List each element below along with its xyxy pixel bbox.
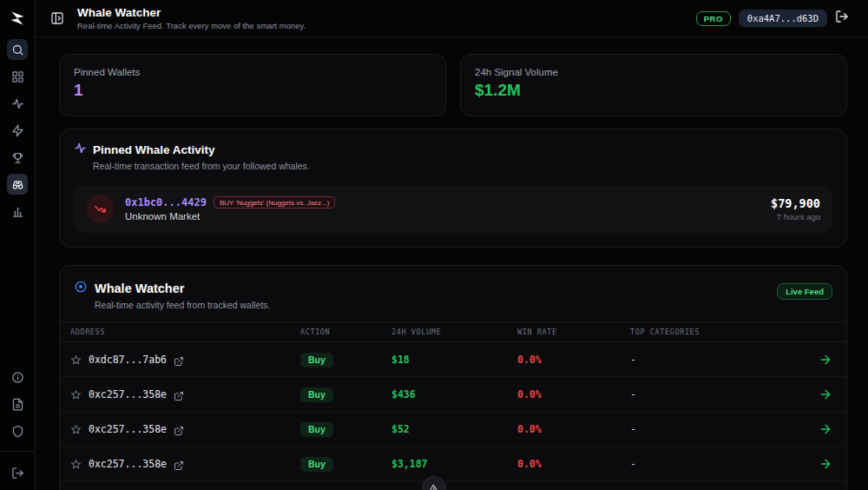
action-badge: Buy bbox=[300, 387, 333, 402]
external-link-icon[interactable] bbox=[174, 389, 184, 400]
activity-icon[interactable] bbox=[7, 93, 28, 114]
stat-value: $1.2M bbox=[475, 81, 832, 100]
sidebar-toggle-icon[interactable] bbox=[48, 9, 67, 28]
lightning-icon[interactable] bbox=[7, 120, 28, 141]
external-link-icon[interactable] bbox=[174, 424, 184, 434]
sidebar bbox=[0, 0, 36, 490]
action-badge: Buy bbox=[300, 457, 333, 472]
disconnect-icon[interactable] bbox=[835, 10, 852, 27]
external-link-icon[interactable] bbox=[174, 459, 184, 469]
stat-label: Pinned Wallets bbox=[74, 67, 431, 77]
table-header-row: ADDRESS ACTION 24H VOLUME WIN RATE TOP C… bbox=[60, 321, 846, 342]
arrow-right-icon[interactable] bbox=[819, 457, 832, 471]
whale-watcher-section: Whale Watcher Real-time activity feed fr… bbox=[59, 265, 847, 490]
row-categories: - bbox=[630, 458, 795, 470]
row-winrate: 0.0% bbox=[517, 458, 630, 470]
row-winrate: 0.0% bbox=[517, 423, 630, 435]
txn-time: 7 hours ago bbox=[771, 212, 820, 222]
row-winrate: 0.0% bbox=[517, 388, 630, 401]
logout-icon[interactable] bbox=[7, 462, 28, 483]
trophy-icon[interactable] bbox=[7, 147, 28, 168]
signal-volume-card: 24h Signal Volume $1.2M bbox=[460, 54, 847, 116]
sidebar-divider bbox=[0, 451, 35, 452]
pulse-icon bbox=[74, 142, 87, 157]
section-title: Whale Watcher bbox=[95, 281, 184, 295]
dashboard-grid-icon[interactable] bbox=[7, 66, 28, 87]
arrow-right-icon[interactable] bbox=[819, 387, 832, 401]
action-badge: Buy bbox=[300, 422, 333, 437]
top-header: Whale Watcher Real-time Activity Feed. T… bbox=[36, 0, 868, 37]
row-volume: $3,187 bbox=[391, 458, 517, 470]
section-subtitle: Real-time transaction feed from your fol… bbox=[74, 161, 310, 171]
star-icon[interactable] bbox=[70, 458, 82, 469]
row-address: 0xc257...358e bbox=[89, 458, 167, 470]
row-winrate: 0.0% bbox=[517, 354, 630, 366]
col-categories: TOP CATEGORIES bbox=[630, 328, 795, 336]
live-feed-badge: Live Feed bbox=[777, 283, 832, 300]
shield-icon[interactable] bbox=[7, 420, 28, 441]
external-link-icon[interactable] bbox=[174, 354, 184, 365]
star-icon[interactable] bbox=[70, 423, 82, 434]
pro-badge: PRO bbox=[696, 11, 731, 26]
table-row[interactable]: 0xc257...358e Buy $436 0.0% - bbox=[60, 377, 846, 412]
page-title: Whale Watcher bbox=[77, 6, 306, 21]
txn-action-badge: BUY 'Nuggets' (Nuggets vs. Jazz...) bbox=[214, 196, 336, 209]
main-content: Pinned Wallets 1 24h Signal Volume $1.2M… bbox=[36, 37, 868, 490]
search-icon[interactable] bbox=[7, 39, 28, 60]
page-subtitle: Real-time Activity Feed. Track every mov… bbox=[77, 21, 306, 30]
txn-amount: $79,900 bbox=[771, 196, 820, 210]
action-badge: Buy bbox=[300, 353, 333, 368]
section-subtitle: Real-time activity feed from tracked wal… bbox=[74, 300, 270, 310]
app-logo-icon bbox=[9, 10, 26, 27]
col-volume: 24H VOLUME bbox=[391, 328, 517, 336]
bar-chart-icon[interactable] bbox=[7, 201, 28, 222]
section-title: Pinned Whale Activity bbox=[93, 143, 215, 156]
stat-label: 24h Signal Volume bbox=[475, 67, 832, 77]
star-icon[interactable] bbox=[70, 388, 82, 400]
col-action: ACTION bbox=[300, 328, 391, 336]
table-row[interactable]: 0xdc87...7ab6 Buy $18 0.0% - bbox=[60, 342, 846, 377]
row-volume: $18 bbox=[391, 354, 517, 366]
row-categories: - bbox=[630, 354, 795, 366]
eye-target-icon bbox=[74, 280, 88, 296]
star-icon[interactable] bbox=[70, 354, 82, 365]
txn-market: Unknown Market bbox=[125, 211, 335, 222]
binoculars-icon[interactable] bbox=[7, 174, 28, 195]
watcher-table-body: 0xdc87...7ab6 Buy $18 0.0% - 0xc257...35… bbox=[60, 342, 846, 481]
txn-address[interactable]: 0x1bc0...4429 bbox=[125, 196, 207, 209]
row-volume: $436 bbox=[391, 388, 517, 401]
row-address: 0xc257...358e bbox=[89, 423, 167, 435]
stat-value: 1 bbox=[74, 81, 431, 100]
col-winrate: WIN RATE bbox=[517, 328, 630, 336]
arrow-right-icon[interactable] bbox=[819, 422, 832, 436]
row-address: 0xc257...358e bbox=[89, 388, 167, 401]
info-icon[interactable] bbox=[7, 367, 28, 387]
table-row[interactable]: 0xc257...358e Buy $52 0.0% - bbox=[60, 412, 846, 447]
row-address: 0xdc87...7ab6 bbox=[89, 354, 167, 366]
row-categories: - bbox=[630, 423, 795, 435]
wallet-address-pill[interactable]: 0xa4A7...d63D bbox=[739, 10, 827, 27]
pinned-wallets-card: Pinned Wallets 1 bbox=[59, 54, 446, 116]
row-volume: $52 bbox=[391, 423, 517, 435]
col-address: ADDRESS bbox=[70, 328, 300, 336]
trending-down-icon bbox=[86, 195, 115, 223]
arrow-right-icon[interactable] bbox=[819, 353, 832, 367]
table-row[interactable]: 0xc257...358e Buy $3,187 0.0% - bbox=[60, 447, 846, 481]
pinned-transaction-row[interactable]: 0x1bc0...4429 BUY 'Nuggets' (Nuggets vs.… bbox=[74, 185, 832, 233]
document-icon[interactable] bbox=[7, 394, 28, 414]
row-categories: - bbox=[630, 388, 795, 401]
pinned-activity-section: Pinned Whale Activity Real-time transact… bbox=[59, 129, 847, 248]
